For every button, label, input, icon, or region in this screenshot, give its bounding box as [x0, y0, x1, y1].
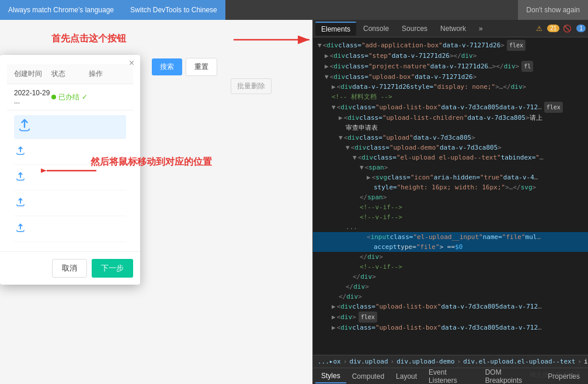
- code-line-7: ▼ <div class="upload-list-box" data-v-7d…: [313, 102, 588, 113]
- code-line-25: </div>: [313, 282, 588, 292]
- devtools-code-area[interactable]: ▼ <div class="add-application-box" data-…: [313, 37, 588, 355]
- table-header: 创建时间 状态 操作: [7, 64, 133, 84]
- error-icon: 🚫: [563, 25, 572, 33]
- dont-show-again-button[interactable]: Don't show again: [518, 0, 588, 20]
- code-line-26: </div>: [313, 292, 588, 302]
- devtools-tabs: Elements Console Sources Network » ⚠ 21 …: [313, 20, 588, 37]
- tab-sources[interactable]: Sources: [396, 22, 433, 35]
- annotation-top: 首先点击这个按钮: [51, 33, 126, 45]
- status-badge: 已办结 ✓: [51, 92, 89, 102]
- code-line-1: ▼ <div class="add-application-box" data-…: [313, 40, 588, 51]
- bottom-tab-computed[interactable]: Computed: [346, 370, 390, 383]
- col-header-action: 操作: [89, 69, 126, 79]
- code-line-13: ▼ <span>: [313, 162, 588, 172]
- code-line-12: ▼ <div class="el-upload el-upload--text"…: [313, 153, 588, 162]
- watermark: 稀土掘金技术社区: [530, 371, 581, 379]
- match-language-button[interactable]: Always match Chrome's language: [0, 0, 122, 20]
- bottom-tab-styles[interactable]: Styles: [315, 369, 346, 383]
- code-line-17: <!--v-if-->: [313, 202, 588, 212]
- tab-console[interactable]: Console: [357, 22, 395, 35]
- code-line-23: <!--v-if-->: [313, 262, 588, 272]
- breadcrumb-item-2[interactable]: div.upload: [349, 358, 388, 365]
- code-line-19: ...: [313, 222, 588, 232]
- code-line-15: style="height: 16px; width: 16px;"> …</s…: [313, 182, 588, 192]
- status-text: 已办结: [58, 92, 79, 102]
- code-line-28: ▶ <div> flex: [313, 312, 588, 323]
- col-header-time: 创建时间: [14, 69, 51, 79]
- code-line-2: ▶ <div class="step" data-v-71271d26> </d…: [313, 51, 588, 61]
- breadcrumb-item-5[interactable]: input.el-upload: [584, 358, 588, 365]
- warning-count: 21: [547, 25, 559, 32]
- bottom-tab-layout[interactable]: Layout: [390, 370, 423, 383]
- next-button[interactable]: 下一步: [92, 259, 133, 278]
- dialog-footer: 取消 下一步: [0, 251, 140, 285]
- error-count: 1: [576, 25, 586, 32]
- dialog: × 创建时间 状态 操作 2022-10-29 ... 已办结: [0, 55, 140, 285]
- warning-icon: ⚠: [536, 25, 542, 33]
- code-line-29: ▶ <div class="upload-list-box" data-v-7d…: [313, 323, 588, 333]
- upload-item-5[interactable]: [14, 216, 126, 242]
- code-line-8: ▶ <div class="upload-list-children" data…: [313, 113, 588, 123]
- tab-more[interactable]: »: [473, 22, 489, 35]
- breadcrumb-item-3[interactable]: div.upload-demo: [396, 358, 454, 365]
- upload-cloud-icon-4: [14, 196, 27, 210]
- code-line-27: ▶ <div class="upload-list-box" data-v-7d…: [313, 302, 588, 312]
- cancel-button[interactable]: 取消: [52, 259, 87, 278]
- devtools-bottom-tabs: Styles Computed Layout Event Listeners D…: [313, 368, 588, 384]
- upload-item-3[interactable]: [14, 165, 126, 191]
- code-line-22: </div>: [313, 252, 588, 262]
- close-icon[interactable]: ×: [129, 58, 134, 68]
- code-line-10: ▼ <div class="upload" data-v-7d3ca805>: [313, 133, 588, 143]
- switch-devtools-button[interactable]: Switch DevTools to Chinese: [122, 0, 225, 20]
- code-line-6: <!-- 材料文档 -->: [313, 92, 588, 102]
- bottom-tab-event-listeners[interactable]: Event Listeners: [423, 366, 479, 385]
- status-dot: [51, 95, 56, 99]
- code-line-24: </div>: [313, 272, 588, 282]
- code-line-21-highlighted: accept type="file" > == $0: [313, 242, 588, 252]
- upload-cloud-icon-1: [16, 117, 33, 135]
- upload-item-4[interactable]: [14, 191, 126, 216]
- breadcrumb-item-1[interactable]: ...▸ox: [318, 358, 341, 365]
- left-panel: 首先点击这个按钮 搜索 重置 批量删除 × 创建时间: [0, 20, 312, 384]
- code-line-5: ▶ <div data-v-71271d26 style="display: n…: [313, 82, 588, 92]
- upload-item-1[interactable]: [14, 115, 126, 139]
- tab-elements[interactable]: Elements: [315, 22, 356, 36]
- tab-network[interactable]: Network: [434, 22, 472, 35]
- upload-cloud-icon-5: [14, 222, 27, 236]
- devtools-icons: ⚠ 21 🚫 1: [536, 25, 586, 33]
- upload-cloud-icon-2: [14, 145, 27, 158]
- devtools-panel: Elements Console Sources Network » ⚠ 21 …: [312, 20, 588, 384]
- code-line-9: 审查申请表: [313, 123, 588, 133]
- dialog-overlay: × 创建时间 状态 操作 2022-10-29 ... 已办结: [0, 55, 312, 371]
- table-row: 2022-10-29 ... 已办结 ✓: [7, 84, 133, 110]
- row-time: 2022-10-29 ...: [14, 89, 51, 105]
- main-layout: 首先点击这个按钮 搜索 重置 批量删除 × 创建时间: [0, 20, 588, 384]
- top-bar: Always match Chrome's language Switch De…: [0, 0, 588, 20]
- check-icon: ✓: [82, 93, 88, 101]
- code-line-11: ▼ <div class="upload-demo" data-v-7d3ca8…: [313, 143, 588, 153]
- upload-section: [7, 110, 133, 247]
- dialog-body: 创建时间 状态 操作 2022-10-29 ... 已办结 ✓: [0, 55, 140, 247]
- code-line-3: ▶ <div class="project-nature" data-v-712…: [313, 61, 588, 72]
- arrow-top: [234, 28, 312, 51]
- code-line-20-highlighted[interactable]: <input class="el-upload__input" name="fi…: [313, 232, 588, 242]
- upload-cloud-icon-3: [14, 171, 27, 184]
- code-line-14: ▶ <svg class="icon" aria-hidden="true" d…: [313, 172, 588, 182]
- code-line-4: ▼ <div class="upload-box" data-v-71271d2…: [313, 72, 588, 82]
- code-line-18: <!--v-if-->: [313, 212, 588, 222]
- annotation-bottom: 然后将鼠标移动到对应的位置: [91, 156, 212, 168]
- breadcrumb-item-4[interactable]: div.el-upload.el-upload--text: [463, 358, 575, 365]
- code-line-16: </span>: [313, 192, 588, 202]
- col-header-status: 状态: [51, 69, 89, 79]
